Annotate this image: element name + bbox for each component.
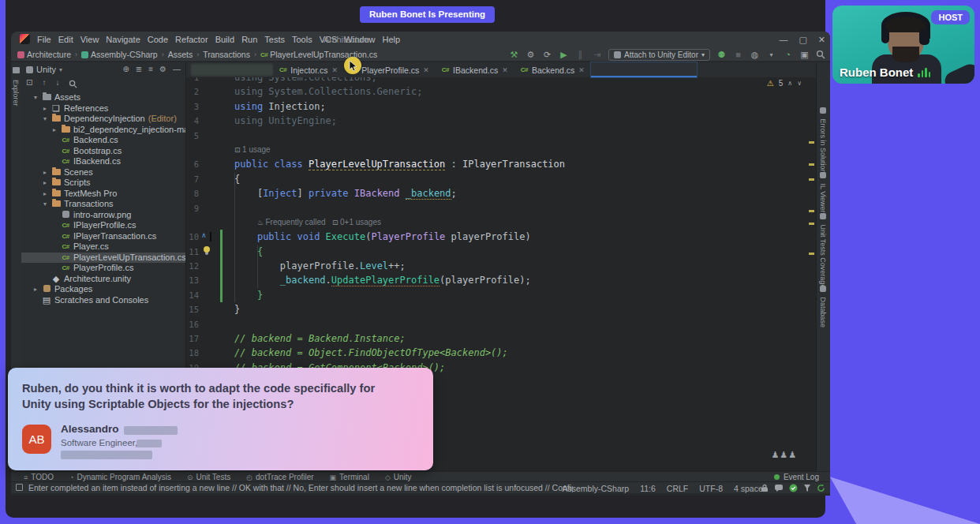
breadcrumb-item-playerleveluptransaction-cs[interactable]: C#PlayerLevelUpTransaction.cs xyxy=(260,50,377,59)
toolwindow-terminal[interactable]: ▣Terminal xyxy=(330,473,369,481)
chevron-collapsed-icon[interactable]: ▸ xyxy=(42,178,48,189)
chevron-expanded-icon[interactable]: ▾ xyxy=(32,92,39,103)
explorer-stripe-tab[interactable]: Explorer xyxy=(12,80,20,107)
close-button[interactable]: ✕ xyxy=(818,35,825,45)
code-line[interactable]: 12 playerProfile.Level++; xyxy=(186,259,816,273)
profiler-icon[interactable]: ◔ xyxy=(783,50,793,59)
restart-icon[interactable] xyxy=(817,484,825,492)
status-utf-8[interactable]: UTF-8 xyxy=(699,484,723,493)
tree-item-iplayerprofile-cs[interactable]: C#IPlayerProfile.cs xyxy=(21,220,185,231)
menu-item-view[interactable]: View xyxy=(80,35,99,44)
attach-to-unity-dropdown[interactable]: Attach to Unity Editor ▾ xyxy=(608,49,710,61)
error-stripe-mark[interactable] xyxy=(809,253,814,255)
project-scope-dropdown[interactable]: Unity ▾ xyxy=(26,65,62,74)
breadcrumb-item-assets[interactable]: Assets xyxy=(168,50,193,59)
error-stripe-mark[interactable] xyxy=(809,223,814,225)
menu-item-refactor[interactable]: Refactor xyxy=(175,35,208,44)
tree-item-scripts[interactable]: ▸Scripts xyxy=(21,178,185,189)
inspection-widget[interactable]: ⚠ 5 ∧ ∨ xyxy=(767,79,802,88)
code-line[interactable]: 18// backend = Object.FindObjectOfType<B… xyxy=(186,346,816,360)
code-line[interactable]: 7{ xyxy=(186,172,816,186)
sync-icon[interactable]: ⟳ xyxy=(542,50,552,60)
code-area[interactable]: 1using System.Collections;2using System.… xyxy=(186,70,816,375)
folder-tool-icon[interactable] xyxy=(13,67,20,73)
error-stripe-mark[interactable] xyxy=(809,163,814,166)
chevron-collapsed-icon[interactable]: ▸ xyxy=(42,103,48,114)
tab-close-icon[interactable]: ✕ xyxy=(502,66,508,74)
tree-item-backend-cs[interactable]: C#Backend.cs xyxy=(21,135,185,146)
tree-item-playerprofile-cs[interactable]: C#PlayerProfile.cs xyxy=(21,263,185,274)
code-line[interactable]: 16 xyxy=(186,317,816,331)
chevron-collapsed-icon[interactable]: ▸ xyxy=(42,189,48,200)
tree-item-transactions[interactable]: ▾Transactions xyxy=(21,199,185,210)
code-line[interactable]: 8 [Inject] private IBackend _backend; xyxy=(186,186,816,200)
inspections-ok-icon[interactable] xyxy=(789,484,798,492)
stop-icon[interactable]: ■ xyxy=(733,50,743,59)
status-assembly-csharp[interactable]: Assembly-CSharp xyxy=(563,484,630,493)
tree-item-bootstrap-cs[interactable]: C#Bootstrap.cs xyxy=(21,146,185,157)
toolwindow-todo[interactable]: ≡TODO xyxy=(24,473,54,481)
status-11-6[interactable]: 11:6 xyxy=(640,484,656,493)
expand-all-icon[interactable]: ≣ xyxy=(136,65,142,73)
settings-run-icon[interactable]: ⚙ xyxy=(526,50,536,60)
console-icon[interactable]: ▣ xyxy=(799,50,810,60)
run-icon[interactable]: ▶ xyxy=(559,50,569,60)
toolwindow-dynamic-program-analysis[interactable]: ◔Dynamic Program Analysis xyxy=(69,473,171,481)
code-line[interactable]: 13 _backend.UpdatePlayerProfile(playerPr… xyxy=(186,273,816,287)
menu-item-code[interactable]: Code xyxy=(148,35,168,44)
tree-item-textmesh-pro[interactable]: ▸TextMesh Pro xyxy=(21,189,185,200)
intention-lightbulb-icon[interactable] xyxy=(204,246,210,253)
tree-item-scenes[interactable]: ▸Scenes xyxy=(21,167,185,178)
lock-icon[interactable] xyxy=(761,484,769,492)
code-line[interactable]: 11 { xyxy=(186,245,816,259)
hide-panel-icon[interactable]: — xyxy=(173,65,181,73)
code-line[interactable]: 10 public void Execute(PlayerProfile pla… xyxy=(186,230,816,244)
toolwindow-unity[interactable]: ◇Unity xyxy=(385,473,412,481)
filter-icon[interactable] xyxy=(803,484,811,492)
messages-icon[interactable] xyxy=(774,484,784,492)
build-hammer-icon[interactable]: ⚒ xyxy=(509,50,519,60)
chevron-down-icon[interactable]: ▾ xyxy=(766,51,776,58)
code-line[interactable]: 17// backend = Backend.Instance; xyxy=(186,331,816,346)
tab-ibackend-cs[interactable]: C#IBackend.cs✕ xyxy=(436,62,514,77)
status-crlf[interactable]: CRLF xyxy=(667,484,688,493)
search-icon[interactable] xyxy=(69,80,77,88)
tree-item-playerleveluptransaction-cs[interactable]: C#PlayerLevelUpTransaction.cs xyxy=(21,253,185,264)
menu-item-edit[interactable]: Edit xyxy=(58,35,73,44)
panel-settings-gear-icon[interactable]: ⚙ xyxy=(159,65,166,73)
gutter-collapse-arrow-icon[interactable]: ∧ xyxy=(201,231,207,239)
code-line[interactable]: 2using System.Collections.Generic; xyxy=(186,84,816,99)
breadcrumb-item-architecture[interactable]: Architecture xyxy=(17,50,71,59)
debug-bug-icon[interactable]: ⚉ xyxy=(716,50,727,60)
menu-item-build[interactable]: Build xyxy=(215,35,234,44)
error-stripe-mark[interactable] xyxy=(809,210,814,212)
tree-item-ibackend-cs[interactable]: C#IBackend.cs xyxy=(21,156,185,167)
code-line[interactable]: 3using Injection; xyxy=(186,99,816,114)
tree-item-scratches-and-consoles[interactable]: ▤Scratches and Consoles xyxy=(21,295,185,306)
tree-item-iplayertransaction-cs[interactable]: C#IPlayerTransaction.cs xyxy=(21,231,185,242)
tree-item-player-cs[interactable]: C#Player.cs xyxy=(21,241,185,253)
scroll-to-source-icon[interactable]: ⊡ xyxy=(26,78,32,88)
error-stripe-mark[interactable] xyxy=(809,178,814,181)
stripe-tab-il-viewer[interactable]: IL Viewer xyxy=(819,172,827,213)
tab-injector-cs[interactable]: C#Injector.cs✕ xyxy=(273,62,344,77)
stripe-tab-database[interactable]: Database xyxy=(819,286,827,328)
run-configuration[interactable]: Architecture xyxy=(324,35,370,44)
chevron-expanded-icon[interactable]: ▾ xyxy=(42,199,48,210)
step-icon[interactable]: ⇥ xyxy=(592,50,602,60)
code-line[interactable]: 4using UnityEngine; xyxy=(186,114,816,128)
tab-active-blank[interactable] xyxy=(591,62,697,77)
menu-item-file[interactable]: File xyxy=(37,35,51,44)
code-line[interactable]: 6public class PlayerLevelUpTransaction :… xyxy=(186,157,816,171)
code-line[interactable]: 15} xyxy=(186,302,816,316)
chevron-expanded-icon[interactable]: ▾ xyxy=(42,114,48,125)
breadcrumb-item-assembly-csharp[interactable]: Assembly-CSharp xyxy=(81,50,158,59)
pause-icon[interactable]: ∥ xyxy=(575,50,585,60)
navigate-up-icon[interactable]: ↑ xyxy=(42,78,46,88)
error-stripe-mark[interactable] xyxy=(809,141,814,144)
chevron-collapsed-icon[interactable]: ▸ xyxy=(42,167,48,178)
stripe-tab-unit-tests-coverage[interactable]: Unit Tests Coverage xyxy=(819,213,827,288)
tree-item-packages[interactable]: ▸Packages xyxy=(21,284,185,295)
tree-item-assets[interactable]: ▾Assets xyxy=(21,92,185,103)
coverage-icon[interactable]: ◍ xyxy=(750,50,760,60)
